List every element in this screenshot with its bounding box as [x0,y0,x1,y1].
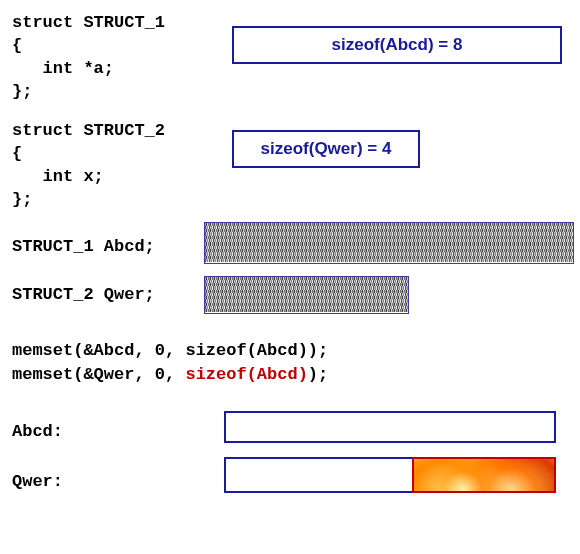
decl-qwer-row: STRUCT_2 Qwer; [12,278,568,318]
buffer-overflow-fire [412,457,556,493]
noise-qwer-uninit [204,276,409,314]
abcd-zeroed-box [224,411,556,443]
struct2-block: struct STRUCT_2 { int x; }; sizeof(Qwer)… [12,120,568,212]
struct1-block: struct STRUCT_1 { int *a; }; sizeof(Abcd… [12,12,568,104]
decl-abcd-row: STRUCT_1 Abcd; [12,228,568,270]
result-abcd-row: Abcd: [12,417,568,451]
noise-abcd-uninit [204,222,574,264]
result-qwer-row: Qwer: [12,465,568,503]
callout-sizeof-abcd-text: sizeof(Abcd) = 8 [332,35,463,55]
code-memset-qwer: memset(&Qwer, 0, sizeof(Abcd)); [12,364,568,387]
sizeof-wrong: sizeof(Abcd) [185,365,307,384]
code-memset-abcd: memset(&Abcd, 0, sizeof(Abcd)); [12,340,568,363]
memset-abcd-row: memset(&Abcd, 0, sizeof(Abcd)); [12,340,568,363]
callout-sizeof-qwer: sizeof(Qwer) = 4 [232,130,420,168]
memset-qwer-row: memset(&Qwer, 0, sizeof(Abcd)); [12,364,568,387]
callout-sizeof-qwer-text: sizeof(Qwer) = 4 [261,139,392,159]
callout-sizeof-abcd: sizeof(Abcd) = 8 [232,26,562,64]
